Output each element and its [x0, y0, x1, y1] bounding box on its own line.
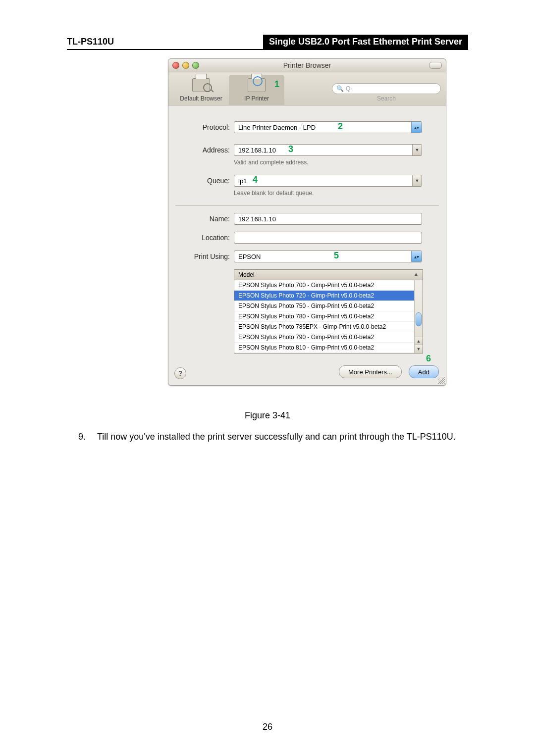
queue-label: Queue:	[175, 177, 234, 185]
queue-hint: Leave blank for default queue.	[234, 190, 439, 197]
model-item[interactable]: EPSON Stylus Photo 700 - Gimp-Print v5.0…	[234, 280, 423, 291]
dialog-footer: 6 More Printers... Add	[168, 360, 446, 385]
callout-6: 6	[426, 353, 431, 364]
default-browser-tab[interactable]: Default Browser	[173, 75, 229, 105]
model-item[interactable]: EPSON Stylus Photo 785EPX - Gimp-Print v…	[234, 322, 423, 332]
location-field[interactable]	[234, 232, 422, 244]
body-paragraph: 9. Till now you've installed the print s…	[78, 432, 475, 442]
protocol-select[interactable]: Line Printer Daemon - LPD ▴▾	[234, 121, 422, 133]
select-arrow-icon: ▴▾	[411, 122, 422, 133]
combo-arrow-icon[interactable]: ▼	[412, 175, 422, 186]
model-item[interactable]: EPSON Stylus Photo 720 - Gimp-Print v5.0…	[234, 291, 423, 301]
address-input[interactable]	[234, 147, 412, 154]
name-label: Name:	[175, 215, 234, 223]
figure-caption: Figure 3-41	[0, 410, 535, 421]
name-input[interactable]	[234, 215, 422, 223]
ip-printer-tab[interactable]: IP Printer 1	[229, 75, 284, 105]
model-list-header: Model	[238, 271, 255, 278]
default-browser-label: Default Browser	[173, 95, 229, 102]
scroll-down-icon[interactable]: ▼	[415, 345, 423, 353]
help-button[interactable]: ?	[174, 367, 186, 379]
printer-browser-window: Printer Browser Default Browser IP Print…	[168, 58, 446, 386]
toolbar-search: 🔍 Q- Search	[332, 83, 441, 105]
name-field[interactable]	[234, 213, 422, 225]
callout-3: 3	[288, 144, 293, 154]
location-input[interactable]	[234, 234, 422, 242]
print-using-value: EPSON	[234, 253, 411, 260]
model-item[interactable]: EPSON Stylus Photo 790 - Gimp-Print v5.0…	[234, 332, 423, 343]
callout-1: 1	[274, 79, 279, 90]
search-input[interactable]: 🔍 Q-	[332, 83, 441, 94]
list-number: 9.	[78, 432, 97, 442]
protocol-label: Protocol:	[175, 123, 234, 131]
model-label: TL-PS110U	[67, 35, 119, 49]
location-label: Location:	[175, 234, 234, 242]
doc-title: Single USB2.0 Port Fast Ethernet Print S…	[263, 35, 468, 49]
model-list[interactable]: Model ▲ EPSON Stylus Photo 700 - Gimp-Pr…	[234, 269, 423, 353]
model-item[interactable]: EPSON Stylus Photo 780 - Gimp-Print v5.0…	[234, 311, 423, 322]
callout-2: 2	[338, 121, 343, 132]
separator	[175, 205, 439, 206]
page-number: 26	[0, 722, 535, 732]
resize-grip-icon[interactable]	[438, 377, 445, 384]
select-arrow-icon: ▴▾	[411, 251, 422, 262]
body-text: Till now you've installed the print serv…	[97, 432, 456, 442]
toolbar-toggle-icon[interactable]	[429, 62, 442, 69]
model-item[interactable]: EPSON Stylus Photo 810 - Gimp-Print v5.0…	[234, 343, 423, 353]
search-placeholder: Q-	[346, 85, 352, 92]
queue-field[interactable]: ▼	[234, 175, 422, 187]
ip-printer-label: IP Printer	[229, 95, 284, 102]
more-printers-button[interactable]: More Printers...	[339, 365, 402, 378]
address-label: Address:	[175, 146, 234, 154]
sort-arrow-icon[interactable]: ▲	[414, 271, 419, 278]
window-titlebar[interactable]: Printer Browser	[168, 59, 446, 72]
scroll-up-icon[interactable]: ▲	[415, 337, 423, 345]
model-item[interactable]: EPSON Stylus Photo 750 - Gimp-Print v5.0…	[234, 301, 423, 311]
print-using-select[interactable]: EPSON ▴▾	[234, 251, 422, 262]
protocol-value: Line Printer Daemon - LPD	[234, 124, 411, 131]
queue-input[interactable]	[234, 177, 412, 185]
address-field[interactable]: ▼	[234, 144, 422, 156]
search-icon: 🔍	[336, 85, 344, 92]
address-hint: Valid and complete address.	[234, 159, 439, 166]
scrollbar-thumb[interactable]	[416, 312, 422, 326]
doc-header: TL-PS110U Single USB2.0 Port Fast Ethern…	[67, 35, 468, 50]
window-title: Printer Browser	[168, 61, 446, 69]
callout-4: 4	[253, 175, 258, 185]
form-pane: Protocol: Line Printer Daemon - LPD ▴▾ 2…	[168, 105, 446, 360]
scrollbar[interactable]: ▲ ▼	[414, 280, 423, 353]
add-button[interactable]: Add	[409, 365, 439, 378]
print-using-label: Print Using:	[175, 252, 234, 260]
search-label: Search	[332, 95, 441, 102]
callout-5: 5	[334, 251, 339, 261]
combo-arrow-icon[interactable]: ▼	[412, 145, 422, 155]
toolbar: Default Browser IP Printer 1 🔍 Q- Search	[168, 72, 446, 105]
